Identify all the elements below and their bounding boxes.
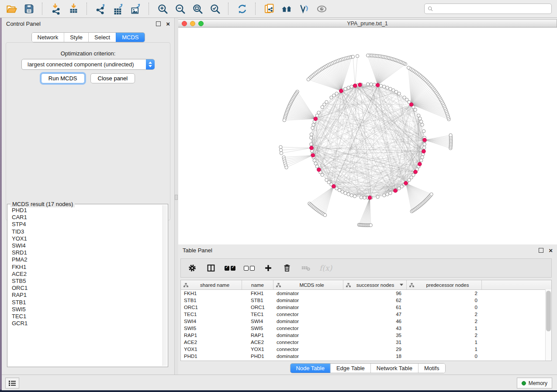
mcds-result-item[interactable]: FKH1 — [12, 264, 163, 271]
column-header-predecessor-nodes[interactable]: predecessor nodes — [407, 280, 482, 289]
table-scrollbar-thumb[interactable] — [546, 291, 551, 331]
export-table-icon[interactable] — [109, 1, 127, 16]
mcds-result-item[interactable]: STP4 — [12, 221, 163, 228]
tab-select[interactable]: Select — [88, 33, 116, 42]
zoom-selected-icon[interactable] — [206, 1, 224, 16]
add-column-icon[interactable] — [263, 262, 273, 274]
graph-hub-node — [422, 149, 426, 153]
mcds-list-scrollbar[interactable] — [163, 205, 167, 366]
node-table: shared namenameMCDS rolesuccessor nodesp… — [180, 280, 552, 361]
automation-list-button[interactable] — [5, 378, 19, 389]
mcds-result-item[interactable]: ACE2 — [12, 271, 163, 278]
table-row[interactable]: ACE2ACE2connector311 — [181, 339, 551, 346]
mcds-result-item[interactable]: TID3 — [12, 228, 163, 235]
deselect-all-icon[interactable] — [244, 262, 255, 274]
graph-node — [310, 133, 313, 136]
splitter-grip[interactable] — [175, 195, 178, 200]
mcds-result-item[interactable]: STB1 — [12, 299, 163, 306]
tab-node-table[interactable]: Node Table — [290, 364, 330, 373]
mcds-result-item[interactable]: YOX1 — [12, 235, 163, 242]
cell-predecessor-nodes: 0 — [407, 305, 482, 310]
mcds-result-item[interactable]: SWI5 — [12, 306, 163, 313]
tab-style[interactable]: Style — [64, 33, 88, 42]
graph-node — [422, 130, 425, 133]
graph-hub-node — [311, 153, 315, 157]
network-canvas[interactable] — [178, 27, 557, 244]
table-row[interactable]: YOX1YOX1connector291 — [181, 346, 551, 353]
hide-details-icon[interactable] — [295, 1, 313, 16]
mcds-result-item[interactable]: RAP1 — [12, 292, 163, 299]
cell-predecessor-nodes: 1 — [407, 326, 482, 331]
zoom-in-icon[interactable] — [154, 1, 171, 16]
save-session-icon[interactable] — [20, 1, 38, 16]
columns-icon[interactable] — [206, 262, 216, 274]
cell-shared-name: ORC1 — [181, 305, 242, 310]
search-box[interactable] — [424, 3, 552, 14]
memory-button[interactable]: Memory — [517, 378, 552, 389]
graph-node — [373, 83, 376, 86]
search-input[interactable] — [435, 5, 549, 12]
panel-splitter[interactable] — [175, 18, 178, 375]
graph-node — [321, 106, 324, 109]
tab-mcds[interactable]: MCDS — [116, 33, 144, 42]
tab-network-table[interactable]: Network Table — [370, 364, 418, 373]
network-graph[interactable] — [178, 28, 557, 245]
graph-node — [315, 114, 318, 117]
homes-icon[interactable] — [278, 1, 295, 16]
export-network-icon[interactable] — [92, 1, 109, 16]
export-image-icon[interactable] — [127, 1, 144, 16]
graph-hub-node — [404, 181, 408, 185]
column-header-successor-nodes[interactable]: successor nodes — [343, 280, 407, 289]
tab-motifs[interactable]: Motifs — [418, 364, 445, 373]
column-header-name[interactable]: name — [242, 280, 273, 289]
mcds-result-item[interactable]: ORC1 — [12, 285, 163, 292]
table-row[interactable]: SWI4SWI4dominator462 — [181, 318, 551, 325]
open-file-icon[interactable] — [3, 1, 20, 16]
mcds-result-item[interactable]: PMA2 — [12, 256, 163, 263]
import-table-icon[interactable] — [65, 1, 82, 16]
table-row[interactable]: PHD1PHD1dominator180 — [181, 353, 551, 360]
refresh-icon[interactable] — [233, 1, 251, 16]
mcds-result-item[interactable]: SWI4 — [12, 242, 163, 249]
table-scrollbar[interactable] — [545, 289, 551, 361]
table-row[interactable]: TEC1TEC1connector472 — [181, 311, 551, 318]
mcds-result-item[interactable]: GCR1 — [12, 320, 163, 327]
graph-node — [350, 194, 353, 197]
delete-column-icon[interactable] — [282, 262, 292, 274]
close-panel-button[interactable]: Close panel — [90, 73, 135, 83]
select-all-icon[interactable] — [225, 262, 235, 274]
zoom-fit-icon[interactable] — [189, 1, 206, 16]
mcds-result-item[interactable]: PHD1 — [12, 207, 163, 214]
graph-satellite-node — [307, 78, 310, 81]
table-row[interactable]: FKH1FKH1dominator962 — [181, 290, 551, 297]
table-row[interactable]: RAP1RAP1dominator352 — [181, 332, 551, 339]
table-row[interactable]: STB1STB1dominator620 — [181, 297, 551, 304]
float-panel-icon[interactable] — [156, 21, 161, 26]
mcds-result-item[interactable]: CAR1 — [12, 214, 163, 221]
mcds-result-item[interactable]: TEC1 — [12, 313, 163, 320]
column-header-shared-name[interactable]: shared name — [181, 280, 242, 289]
cell-MCDS-role: connector — [273, 326, 343, 331]
gear-icon[interactable] — [187, 262, 197, 274]
zoom-out-icon[interactable] — [171, 1, 189, 16]
import-network-icon[interactable] — [47, 1, 65, 16]
mcds-result-item[interactable]: SRD1 — [12, 249, 163, 256]
graph-node — [366, 83, 369, 86]
mcds-tab-content: Optimization criterion: largest connecte… — [6, 42, 170, 220]
eye-icon[interactable] — [313, 1, 330, 16]
share-document-icon[interactable] — [260, 1, 278, 16]
optimization-criterion-select[interactable]: largest connected component (undirected) — [21, 59, 155, 70]
close-table-panel-icon[interactable]: × — [549, 248, 553, 252]
table-header-row: shared namenameMCDS rolesuccessor nodesp… — [181, 280, 551, 290]
cell-successor-nodes: 18 — [343, 354, 407, 359]
mcds-result-item[interactable]: STB5 — [12, 278, 163, 285]
tab-network[interactable]: Network — [31, 33, 64, 42]
column-header-MCDS-role[interactable]: MCDS role — [273, 280, 343, 289]
table-row[interactable]: ORC1ORC1dominator610 — [181, 304, 551, 311]
run-mcds-button[interactable]: Run MCDS — [41, 73, 85, 83]
float-table-panel-icon[interactable] — [539, 248, 543, 253]
close-panel-icon[interactable]: × — [166, 22, 170, 26]
tab-edge-table[interactable]: Edge Table — [330, 364, 370, 373]
graph-satellite-node — [356, 55, 359, 58]
table-row[interactable]: SWI5SWI5connector431 — [181, 325, 551, 332]
